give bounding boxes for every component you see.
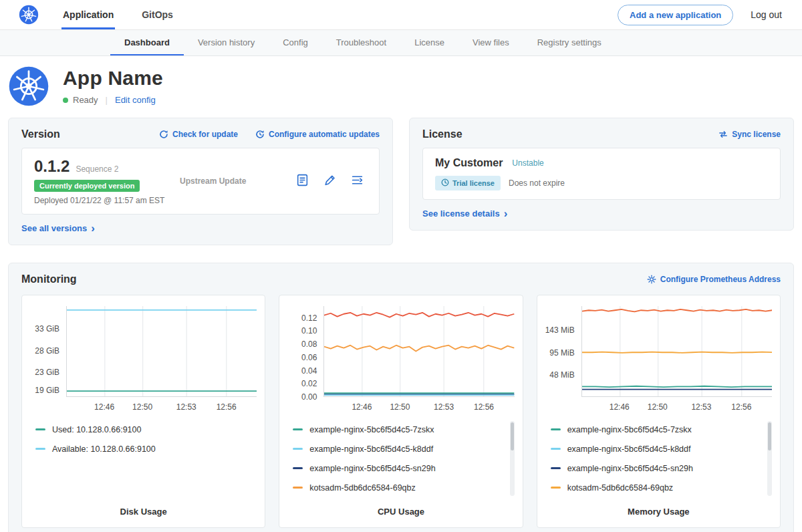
legend-item: Used: 10.128.0.66:9100 — [35, 420, 246, 439]
disk-usage-plot — [66, 306, 257, 397]
release-notes-icon[interactable] — [295, 173, 309, 190]
topnav-right: Add a new application Log out — [618, 5, 782, 25]
deployed-badge: Currently deployed version — [34, 180, 140, 192]
configure-prometheus-button[interactable]: Configure Prometheus Address — [647, 275, 781, 284]
version-number: 0.1.2 — [34, 157, 70, 176]
app-header: App Name Ready | Edit config — [0, 56, 802, 118]
clock-icon — [441, 178, 449, 188]
tab-gitops[interactable]: GitOps — [140, 0, 174, 29]
edit-config-link[interactable]: Edit config — [115, 95, 156, 105]
legend-item: kotsadm-5db6dc6584-69qbz — [551, 478, 761, 497]
tab-application[interactable]: Application — [61, 0, 115, 29]
subnav-view-files[interactable]: View files — [458, 30, 523, 55]
legend-item: example-nginx-5bc6f5d4c5-7zskx — [551, 420, 761, 439]
see-license-details-link[interactable]: See license details › — [422, 209, 507, 219]
subnav-config[interactable]: Config — [269, 30, 322, 55]
subnav-registry-settings[interactable]: Registry settings — [523, 30, 616, 55]
memory-y-axis-labels: 143 MiB95 MiB48 MiB — [545, 306, 581, 397]
cards-row: Version Check for update — [0, 118, 802, 245]
license-info-box: My Customer Unstable Trial license Does … — [422, 148, 781, 200]
channel-name: Unstable — [512, 158, 543, 168]
subnav-license[interactable]: License — [400, 30, 458, 55]
deploy-logs-icon[interactable] — [350, 173, 364, 190]
chevron-right-icon: › — [91, 225, 95, 232]
x-tick-label: 12:46 — [610, 402, 630, 412]
memory-x-axis-labels: 12:4612:5012:5312:56 — [581, 397, 772, 412]
legend-color-dash — [293, 448, 303, 450]
x-tick-label: 12:56 — [217, 402, 237, 412]
y-tick-label: 48 MiB — [549, 370, 574, 380]
y-tick-label: 0.06 — [301, 353, 317, 362]
subnav-version-history[interactable]: Version history — [184, 30, 269, 55]
x-tick-label: 12:53 — [434, 402, 454, 412]
x-tick-label: 12:50 — [648, 402, 668, 412]
current-version-box: 0.1.2 Sequence 2 Currently deployed vers… — [21, 148, 380, 215]
memory-usage-chart-card: 143 MiB95 MiB48 MiB 12:4612:5012:5312:56… — [537, 295, 781, 528]
sync-license-button[interactable]: Sync license — [718, 130, 781, 139]
top-tabs: Application GitOps — [61, 0, 200, 29]
legend-scrollbar-track — [767, 421, 772, 496]
legend-item: kotsadm-5db6dc6584-69qbz — [293, 478, 503, 497]
x-tick-label: 12:56 — [731, 402, 751, 412]
check-for-update-button[interactable]: Check for update — [159, 130, 238, 139]
disk-y-axis-labels: 33 GiB28 GiB23 GiB19 GiB — [30, 306, 66, 397]
y-tick-label: 0.04 — [301, 366, 317, 376]
legend-item: example-nginx-5bc6f5d4c5-k8ddf — [293, 439, 503, 458]
license-expiration: Does not expire — [509, 178, 565, 188]
refresh-icon — [159, 130, 168, 139]
y-tick-label: 0.12 — [301, 313, 317, 323]
memory-legend: example-nginx-5bc6f5d4c5-7zskxexample-ng… — [545, 420, 772, 497]
monitoring-panel: Monitoring Configure Pr — [8, 263, 794, 532]
y-tick-label: 0.02 — [301, 379, 317, 388]
legend-scrollbar-track — [510, 421, 515, 496]
tab-application-label: Application — [63, 9, 114, 20]
subnav-troubleshoot[interactable]: Troubleshoot — [322, 30, 400, 55]
legend-color-dash — [551, 428, 561, 430]
y-tick-label: 23 GiB — [35, 368, 59, 377]
y-tick-label: 0.10 — [301, 326, 317, 336]
charts-row: 33 GiB28 GiB23 GiB19 GiB 12:4612:5012:53… — [21, 295, 781, 528]
x-tick-label: 12:50 — [132, 402, 152, 412]
app-subnav: Dashboard Version history Config Trouble… — [0, 30, 802, 56]
trial-license-badge: Trial license — [435, 176, 501, 190]
logout-link[interactable]: Log out — [751, 9, 782, 20]
legend-item: example-nginx-5bc6f5d4c5-k8ddf — [551, 439, 761, 458]
disk-legend: Used: 10.128.0.66:9100Available: 10.128.… — [30, 420, 257, 458]
see-all-versions-link[interactable]: See all versions › — [21, 223, 95, 233]
disk-x-axis-labels: 12:4612:5012:5312:56 — [66, 397, 257, 412]
legend-color-dash — [35, 448, 45, 450]
upstream-update-label: Upstream Update — [176, 176, 295, 186]
status-badge: Ready — [73, 95, 98, 105]
cpu-usage-plot — [323, 306, 514, 397]
disk-usage-chart-card: 33 GiB28 GiB23 GiB19 GiB 12:4612:5012:53… — [21, 295, 265, 528]
configure-automatic-updates-button[interactable]: Configure automatic updates — [255, 130, 380, 139]
x-tick-label: 12:56 — [474, 402, 494, 412]
chevron-right-icon: › — [504, 211, 508, 217]
version-sequence: Sequence 2 — [76, 164, 118, 174]
y-tick-label: 0.00 — [301, 392, 317, 402]
kubernetes-logo-icon[interactable] — [19, 5, 39, 25]
legend-scrollbar-thumb[interactable] — [511, 422, 514, 450]
legend-item: Available: 10.128.0.66:9100 — [35, 439, 246, 458]
legend-scrollbar-thumb[interactable] — [768, 422, 771, 450]
y-tick-label: 0.08 — [301, 340, 317, 349]
status-dot-icon — [63, 98, 68, 103]
memory-chart-title: Memory Usage — [545, 497, 772, 517]
cpu-chart-title: CPU Usage — [287, 497, 514, 517]
divider: | — [106, 95, 108, 105]
y-tick-label: 33 GiB — [35, 324, 59, 334]
subnav-dashboard[interactable]: Dashboard — [110, 30, 184, 55]
cpu-y-axis-labels: 0.120.100.080.060.040.020.00 — [287, 306, 323, 397]
legend-color-dash — [35, 428, 45, 430]
y-tick-label: 95 MiB — [549, 348, 574, 358]
preflight-checks-icon[interactable] — [323, 173, 337, 190]
gear-icon — [647, 275, 656, 284]
license-card: License Sync license My Customer Unstabl… — [409, 118, 794, 231]
legend-item: example-nginx-5bc6f5d4c5-sn29h — [551, 458, 761, 478]
legend-item: example-nginx-5bc6f5d4c5-sn29h — [293, 458, 503, 478]
x-tick-label: 12:53 — [691, 402, 711, 412]
disk-chart-title: Disk Usage — [30, 497, 257, 517]
page-title: App Name — [63, 67, 163, 90]
add-application-button[interactable]: Add a new application — [618, 5, 733, 25]
top-nav: Application GitOps Add a new application… — [0, 0, 802, 30]
